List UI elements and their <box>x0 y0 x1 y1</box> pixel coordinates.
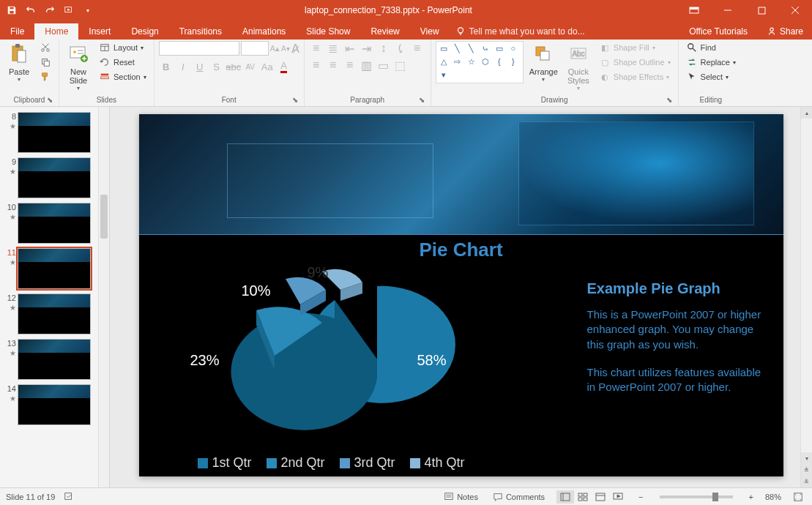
char-spacing-icon[interactable]: AV <box>243 59 258 74</box>
close-icon[interactable] <box>778 0 812 20</box>
slide-canvas[interactable]: Pie Chart <box>139 114 783 476</box>
shape-triangle-icon[interactable]: △ <box>438 56 450 67</box>
slide-canvas-area[interactable]: Pie Chart <box>110 107 812 487</box>
shape-arrow-icon[interactable]: ⇨ <box>452 56 463 67</box>
fit-to-window-icon[interactable] <box>790 492 806 502</box>
layout-button[interactable]: Layout ▾ <box>96 41 149 54</box>
shape-hex-icon[interactable]: ⬡ <box>480 56 491 67</box>
underline-button[interactable]: U <box>193 59 207 74</box>
slide-side-text[interactable]: Example Pie Graph This is a PowerPoint 2… <box>587 279 763 408</box>
redo-icon[interactable] <box>44 4 56 16</box>
change-case-icon[interactable]: Aa <box>260 59 275 74</box>
shape-outline-button[interactable]: ▢Shape Outline ▾ <box>596 56 674 69</box>
zoom-slider[interactable] <box>660 495 733 498</box>
tab-animations[interactable]: Animations <box>232 23 296 40</box>
zoom-level[interactable]: 88% <box>765 493 781 501</box>
bold-button[interactable]: B <box>159 59 174 74</box>
paragraph-launcher-icon[interactable]: ⬊ <box>417 96 426 105</box>
smartart-icon[interactable]: ⬚ <box>393 58 408 72</box>
slide-sorter-view-icon[interactable] <box>574 490 592 504</box>
shape-brace1-icon[interactable]: { <box>493 56 505 67</box>
reading-view-icon[interactable] <box>592 490 609 504</box>
bullets-icon[interactable]: ≡ <box>309 41 324 56</box>
numbering-icon[interactable]: ≣ <box>326 41 340 56</box>
ribbon-options-icon[interactable] <box>677 0 711 20</box>
notes-button[interactable]: Notes <box>441 492 481 502</box>
font-size-input[interactable] <box>241 41 269 56</box>
zoom-in-icon[interactable]: + <box>746 493 756 501</box>
start-from-beginning-icon[interactable] <box>63 4 75 16</box>
align-left-icon[interactable]: ≡ <box>410 41 425 56</box>
pie-chart[interactable]: 58% 23% 10% 9% <box>161 261 549 451</box>
tab-file[interactable]: File <box>0 23 34 40</box>
shape-more-icon[interactable]: ▾ <box>438 70 450 81</box>
share-button[interactable]: Share <box>758 23 812 40</box>
canvas-scrollbar[interactable]: ▴ ▾ ≜ ≚ <box>800 107 812 487</box>
select-button[interactable]: Select ▾ <box>683 70 739 83</box>
scroll-up-icon[interactable]: ▴ <box>801 107 812 119</box>
prev-slide-icon[interactable]: ≜ <box>801 464 812 476</box>
format-painter-button[interactable] <box>37 70 54 83</box>
slideshow-view-icon[interactable] <box>609 490 627 504</box>
decrease-font-icon[interactable]: A▾ <box>281 45 290 53</box>
office-tutorials-link[interactable]: Office Tutorials <box>679 23 758 40</box>
shadow-button[interactable]: S <box>209 59 224 74</box>
clipboard-launcher-icon[interactable]: ⬊ <box>45 96 54 105</box>
strikethrough-button[interactable]: abc <box>226 59 241 74</box>
slide-thumb-13[interactable]: 13★ <box>0 337 109 382</box>
slide-thumb-14[interactable]: 14★ <box>0 382 109 427</box>
copy-button[interactable] <box>37 56 54 69</box>
font-color-icon[interactable]: A <box>277 59 291 74</box>
shape-effects-button[interactable]: ◐Shape Effects ▾ <box>596 70 674 83</box>
shape-line-icon[interactable]: ╲ <box>452 43 463 53</box>
text-direction-icon[interactable]: ⤹ <box>393 41 408 56</box>
align-text-icon[interactable]: ▭ <box>376 58 391 72</box>
next-slide-icon[interactable]: ≚ <box>801 476 812 487</box>
shape-line2-icon[interactable]: ╲ <box>466 43 477 53</box>
undo-icon[interactable] <box>25 4 37 16</box>
shape-fill-button[interactable]: ◧Shape Fill ▾ <box>596 41 674 54</box>
minimize-icon[interactable] <box>711 0 745 20</box>
tab-insert[interactable]: Insert <box>78 23 121 40</box>
slide-thumb-8[interactable]: 8★ <box>0 110 109 155</box>
slide-counter[interactable]: Slide 11 of 19 <box>6 493 55 501</box>
thumb-scrollbar[interactable] <box>98 107 109 487</box>
quick-styles-button[interactable]: Abc Quick Styles ▾ <box>564 41 593 93</box>
cut-button[interactable] <box>37 41 54 54</box>
increase-indent-icon[interactable]: ⇥ <box>360 41 374 56</box>
align-center-icon[interactable]: ≡ <box>309 58 324 72</box>
tab-design[interactable]: Design <box>121 23 168 40</box>
shape-connector-icon[interactable]: ⤿ <box>480 43 491 53</box>
find-button[interactable]: Find <box>683 41 739 54</box>
maximize-icon[interactable] <box>745 0 778 20</box>
decrease-indent-icon[interactable]: ⇤ <box>343 41 357 56</box>
tab-review[interactable]: Review <box>360 23 409 40</box>
paste-button[interactable]: Paste ▾ <box>4 41 34 84</box>
spellcheck-icon[interactable] <box>64 491 74 503</box>
slide-thumb-10[interactable]: 10★ <box>0 201 109 246</box>
columns-icon[interactable]: ▥ <box>360 58 374 72</box>
drawing-launcher-icon[interactable]: ⬊ <box>665 96 674 105</box>
tell-me-search[interactable]: Tell me what you want to do... <box>450 23 591 40</box>
qat-more-icon[interactable]: ▾ <box>82 4 94 16</box>
scroll-down-icon[interactable]: ▾ <box>801 452 812 464</box>
tab-home[interactable]: Home <box>34 23 78 40</box>
shapes-gallery[interactable]: ▭ ╲ ╲ ⤿ ▭ ○ △ ⇨ ☆ ⬡ { } ▾ <box>436 41 524 83</box>
align-right-icon[interactable]: ≡ <box>326 58 340 72</box>
font-name-input[interactable] <box>159 41 239 56</box>
italic-button[interactable]: I <box>176 59 190 74</box>
justify-icon[interactable]: ≡ <box>343 58 357 72</box>
comments-button[interactable]: Comments <box>490 492 548 502</box>
slide-thumbnail-panel[interactable]: 8★ 9★ 10★ 11★ 12★ 13★ 14★ <box>0 107 110 487</box>
shape-textbox-icon[interactable]: ▭ <box>438 43 450 53</box>
font-launcher-icon[interactable]: ⬊ <box>291 96 299 105</box>
arrange-button[interactable]: Arrange ▾ <box>526 41 561 84</box>
increase-font-icon[interactable]: A▴ <box>270 44 280 53</box>
slide-thumb-9[interactable]: 9★ <box>0 155 109 201</box>
normal-view-icon[interactable] <box>556 490 574 504</box>
shape-star-icon[interactable]: ☆ <box>466 56 477 67</box>
reset-button[interactable]: Reset <box>96 56 149 69</box>
tab-view[interactable]: View <box>410 23 450 40</box>
section-button[interactable]: Section ▾ <box>96 70 149 83</box>
slide-thumb-11[interactable]: 11★ <box>0 246 109 291</box>
